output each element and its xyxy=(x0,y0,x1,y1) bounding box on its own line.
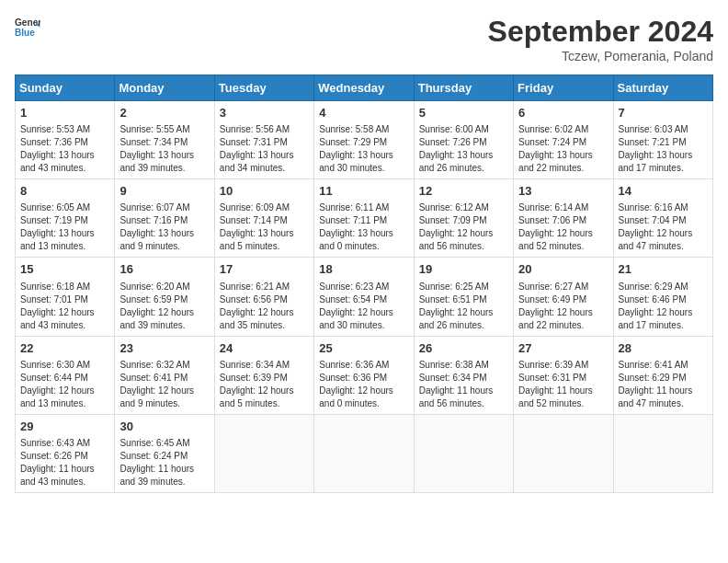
calendar-cell: 10Sunrise: 6:09 AM Sunset: 7:14 PM Dayli… xyxy=(214,179,313,258)
day-number: 11 xyxy=(319,183,408,200)
calendar-cell: 3Sunrise: 5:56 AM Sunset: 7:31 PM Daylig… xyxy=(214,101,313,179)
svg-text:Blue: Blue xyxy=(15,28,35,38)
day-number: 24 xyxy=(220,340,309,357)
day-number: 30 xyxy=(119,419,209,435)
week-row-5: 29Sunrise: 6:43 AM Sunset: 6:26 PM Dayli… xyxy=(16,414,713,492)
week-row-2: 8Sunrise: 6:05 AM Sunset: 7:19 PM Daylig… xyxy=(16,179,713,258)
calendar-table: SundayMondayTuesdayWednesdayThursdayFrid… xyxy=(15,75,713,493)
day-detail: Sunrise: 6:07 AM Sunset: 7:16 PM Dayligh… xyxy=(119,201,209,253)
day-number: 6 xyxy=(518,105,608,121)
day-number: 23 xyxy=(119,340,209,357)
calendar-cell: 9Sunrise: 6:07 AM Sunset: 7:16 PM Daylig… xyxy=(115,179,214,258)
calendar-cell: 18Sunrise: 6:23 AM Sunset: 6:54 PM Dayli… xyxy=(314,258,414,336)
day-number: 8 xyxy=(20,183,109,200)
day-detail: Sunrise: 6:29 AM Sunset: 6:46 PM Dayligh… xyxy=(619,281,708,332)
calendar-cell: 17Sunrise: 6:21 AM Sunset: 6:56 PM Dayli… xyxy=(214,258,313,336)
day-number: 4 xyxy=(319,105,408,121)
calendar-cell: 29Sunrise: 6:43 AM Sunset: 6:26 PM Dayli… xyxy=(16,414,115,492)
calendar-cell: 12Sunrise: 6:12 AM Sunset: 7:09 PM Dayli… xyxy=(414,179,513,258)
day-detail: Sunrise: 6:12 AM Sunset: 7:09 PM Dayligh… xyxy=(419,201,508,253)
calendar-cell xyxy=(414,414,513,492)
calendar-cell: 20Sunrise: 6:27 AM Sunset: 6:49 PM Dayli… xyxy=(514,258,613,336)
day-detail: Sunrise: 6:43 AM Sunset: 6:26 PM Dayligh… xyxy=(20,437,109,488)
calendar-cell: 19Sunrise: 6:25 AM Sunset: 6:51 PM Dayli… xyxy=(414,258,513,336)
calendar-title: September 2024 xyxy=(488,15,713,49)
day-detail: Sunrise: 6:32 AM Sunset: 6:41 PM Dayligh… xyxy=(119,359,209,410)
week-row-4: 22Sunrise: 6:30 AM Sunset: 6:44 PM Dayli… xyxy=(16,336,713,414)
day-number: 16 xyxy=(119,261,209,278)
calendar-cell: 15Sunrise: 6:18 AM Sunset: 7:01 PM Dayli… xyxy=(16,258,115,336)
day-detail: Sunrise: 5:53 AM Sunset: 7:36 PM Dayligh… xyxy=(20,123,109,175)
calendar-cell: 2Sunrise: 5:55 AM Sunset: 7:34 PM Daylig… xyxy=(115,101,214,179)
logo-icon: General Blue xyxy=(15,15,40,40)
days-header-row: SundayMondayTuesdayWednesdayThursdayFrid… xyxy=(16,75,713,101)
day-header-tuesday: Tuesday xyxy=(214,75,313,101)
calendar-cell xyxy=(314,414,414,492)
day-detail: Sunrise: 6:05 AM Sunset: 7:19 PM Dayligh… xyxy=(20,201,109,253)
calendar-cell: 25Sunrise: 6:36 AM Sunset: 6:36 PM Dayli… xyxy=(314,336,414,414)
day-number: 3 xyxy=(220,105,309,121)
day-number: 5 xyxy=(419,105,508,121)
day-number: 10 xyxy=(220,183,309,200)
day-detail: Sunrise: 5:56 AM Sunset: 7:31 PM Dayligh… xyxy=(220,123,309,175)
calendar-cell: 14Sunrise: 6:16 AM Sunset: 7:04 PM Dayli… xyxy=(613,179,712,258)
day-number: 18 xyxy=(319,261,408,278)
day-detail: Sunrise: 6:34 AM Sunset: 6:39 PM Dayligh… xyxy=(220,359,309,410)
day-detail: Sunrise: 6:09 AM Sunset: 7:14 PM Dayligh… xyxy=(220,201,309,253)
day-number: 17 xyxy=(220,261,309,278)
day-number: 19 xyxy=(419,261,508,278)
calendar-cell xyxy=(514,414,613,492)
day-detail: Sunrise: 6:14 AM Sunset: 7:06 PM Dayligh… xyxy=(518,201,608,253)
day-number: 25 xyxy=(319,340,408,357)
calendar-cell: 16Sunrise: 6:20 AM Sunset: 6:59 PM Dayli… xyxy=(115,258,214,336)
day-header-saturday: Saturday xyxy=(613,75,712,101)
day-detail: Sunrise: 6:02 AM Sunset: 7:24 PM Dayligh… xyxy=(518,123,608,175)
calendar-cell: 22Sunrise: 6:30 AM Sunset: 6:44 PM Dayli… xyxy=(16,336,115,414)
day-detail: Sunrise: 6:11 AM Sunset: 7:11 PM Dayligh… xyxy=(319,201,408,253)
calendar-cell xyxy=(214,414,313,492)
calendar-cell: 1Sunrise: 5:53 AM Sunset: 7:36 PM Daylig… xyxy=(16,101,115,179)
calendar-cell: 26Sunrise: 6:38 AM Sunset: 6:34 PM Dayli… xyxy=(414,336,513,414)
calendar-cell: 7Sunrise: 6:03 AM Sunset: 7:21 PM Daylig… xyxy=(613,101,712,179)
day-detail: Sunrise: 6:38 AM Sunset: 6:34 PM Dayligh… xyxy=(419,359,508,410)
calendar-cell: 24Sunrise: 6:34 AM Sunset: 6:39 PM Dayli… xyxy=(214,336,313,414)
day-number: 1 xyxy=(20,105,109,121)
day-detail: Sunrise: 6:20 AM Sunset: 6:59 PM Dayligh… xyxy=(119,281,209,332)
day-number: 13 xyxy=(518,183,608,200)
day-detail: Sunrise: 6:21 AM Sunset: 6:56 PM Dayligh… xyxy=(220,281,309,332)
week-row-3: 15Sunrise: 6:18 AM Sunset: 7:01 PM Dayli… xyxy=(16,258,713,336)
calendar-cell: 28Sunrise: 6:41 AM Sunset: 6:29 PM Dayli… xyxy=(613,336,712,414)
day-detail: Sunrise: 6:27 AM Sunset: 6:49 PM Dayligh… xyxy=(518,281,608,332)
calendar-cell: 21Sunrise: 6:29 AM Sunset: 6:46 PM Dayli… xyxy=(613,258,712,336)
day-number: 7 xyxy=(619,105,708,121)
day-number: 29 xyxy=(20,419,109,435)
day-header-thursday: Thursday xyxy=(414,75,513,101)
day-number: 28 xyxy=(619,340,708,357)
day-header-friday: Friday xyxy=(514,75,613,101)
day-number: 9 xyxy=(119,183,209,200)
day-detail: Sunrise: 6:23 AM Sunset: 6:54 PM Dayligh… xyxy=(319,281,408,332)
day-detail: Sunrise: 5:55 AM Sunset: 7:34 PM Dayligh… xyxy=(119,123,209,175)
day-number: 27 xyxy=(518,340,608,357)
calendar-cell: 13Sunrise: 6:14 AM Sunset: 7:06 PM Dayli… xyxy=(514,179,613,258)
day-detail: Sunrise: 6:16 AM Sunset: 7:04 PM Dayligh… xyxy=(619,201,708,253)
day-detail: Sunrise: 6:30 AM Sunset: 6:44 PM Dayligh… xyxy=(20,359,109,410)
day-detail: Sunrise: 6:41 AM Sunset: 6:29 PM Dayligh… xyxy=(619,359,708,410)
title-block: September 2024 Tczew, Pomerania, Poland xyxy=(488,15,713,63)
day-header-monday: Monday xyxy=(115,75,214,101)
day-detail: Sunrise: 6:25 AM Sunset: 6:51 PM Dayligh… xyxy=(419,281,508,332)
calendar-subtitle: Tczew, Pomerania, Poland xyxy=(488,49,713,63)
week-row-1: 1Sunrise: 5:53 AM Sunset: 7:36 PM Daylig… xyxy=(16,101,713,179)
day-header-wednesday: Wednesday xyxy=(314,75,414,101)
day-detail: Sunrise: 6:00 AM Sunset: 7:26 PM Dayligh… xyxy=(419,123,508,175)
day-detail: Sunrise: 6:39 AM Sunset: 6:31 PM Dayligh… xyxy=(518,359,608,410)
calendar-cell: 23Sunrise: 6:32 AM Sunset: 6:41 PM Dayli… xyxy=(115,336,214,414)
calendar-cell: 30Sunrise: 6:45 AM Sunset: 6:24 PM Dayli… xyxy=(115,414,214,492)
day-number: 26 xyxy=(419,340,508,357)
day-detail: Sunrise: 6:18 AM Sunset: 7:01 PM Dayligh… xyxy=(20,281,109,332)
calendar-cell: 27Sunrise: 6:39 AM Sunset: 6:31 PM Dayli… xyxy=(514,336,613,414)
day-number: 15 xyxy=(20,261,109,278)
day-detail: Sunrise: 6:36 AM Sunset: 6:36 PM Dayligh… xyxy=(319,359,408,410)
day-header-sunday: Sunday xyxy=(16,75,115,101)
day-detail: Sunrise: 6:03 AM Sunset: 7:21 PM Dayligh… xyxy=(619,123,708,175)
